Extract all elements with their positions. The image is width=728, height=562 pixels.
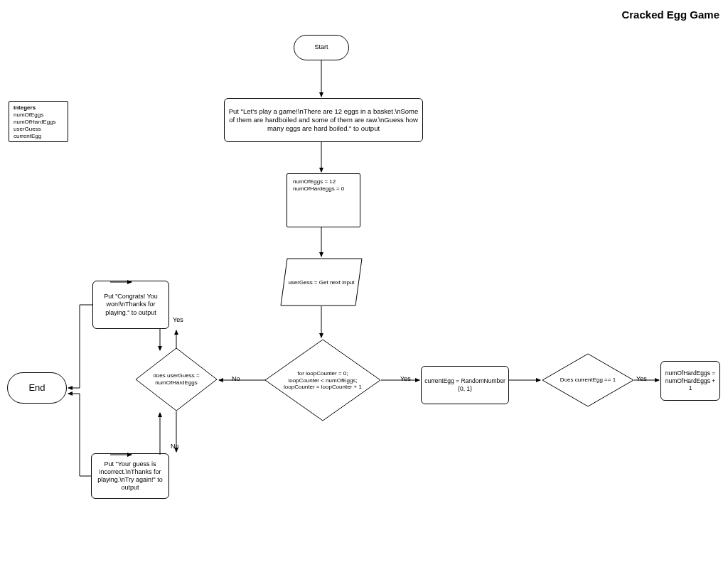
- vars-line3: userGuess: [14, 126, 56, 133]
- random-node: currentEgg = RandomNumber (0, 1): [421, 366, 509, 404]
- loop-decision: for loopCounter = 0; loopCounter < numOf…: [264, 339, 381, 421]
- vars-line1: numOfEggs: [14, 112, 56, 119]
- input-node: userGess = Get next input: [280, 258, 363, 306]
- vars-box: Integers numOfEggs numOfHardEggs userGue…: [9, 101, 68, 142]
- vars-line4: currentEgg: [14, 133, 56, 140]
- input-label: userGess = Get next input: [280, 279, 363, 286]
- label-no-2: No: [232, 375, 240, 382]
- guess-decision-label: does userGuess = numOfHardEggs: [135, 372, 218, 386]
- label-no-1: No: [171, 443, 179, 450]
- assign-node: numOfEggs = 12 numOfHardeggs = 0: [287, 173, 360, 227]
- label-yes-1: Yes: [173, 316, 183, 323]
- egg-decision: Does currentEgg == 1: [542, 353, 634, 407]
- page-title: Cracked Egg Game: [621, 9, 719, 21]
- start-node: Start: [294, 35, 349, 60]
- end-node: End: [7, 372, 67, 404]
- assign-line1: numOfEggs = 12: [293, 178, 344, 185]
- loop-decision-label: for loopCounter = 0; loopCounter < numOf…: [264, 370, 381, 391]
- incorrect-node: Put "Your guess is incorrect.\nThanks fo…: [91, 453, 169, 499]
- assign-line2: numOfHardeggs = 0: [293, 185, 344, 193]
- label-yes-2: Yes: [400, 375, 411, 382]
- congrats-node: Put "Congrats! You won!\nThanks for play…: [92, 281, 169, 329]
- vars-line2: numOfHardEggs: [14, 119, 56, 126]
- label-yes-3: Yes: [636, 375, 647, 382]
- intro-output-node: Put "Let's play a game!\nThere are 12 eg…: [224, 98, 423, 142]
- increment-node: numOfHardEggs = numOfHardEggs + 1: [660, 361, 720, 401]
- egg-decision-label: Does currentEgg == 1: [542, 377, 634, 384]
- vars-header: Integers: [14, 104, 56, 112]
- guess-decision: does userGuess = numOfHardEggs: [135, 347, 218, 411]
